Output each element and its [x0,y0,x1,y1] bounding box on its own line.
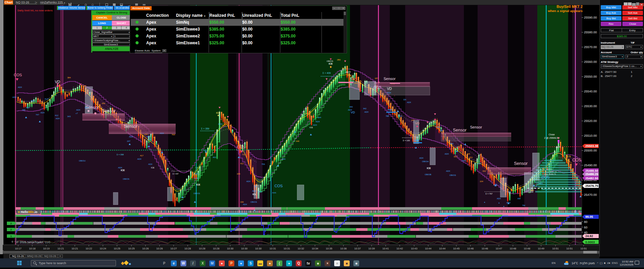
svg-text:OB/OU: OB/OU [79,160,85,162]
svg-text:Σ = 359: Σ = 359 [201,127,209,130]
svg-text:ADX: ADX [477,162,481,165]
svg-text:7W: 7W [522,204,525,206]
svg-text:332: 332 [454,156,457,158]
svg-text:25482.50: 25482.50 [585,177,598,180]
svg-text:348: 348 [296,140,300,142]
svg-text:ICE: ICE [427,167,431,169]
svg-text:10:27: 10:27 [171,247,177,250]
svg-text:2 @ 25506.50: 2 @ 25506.50 [544,137,559,139]
svg-text:25490.00: 25490.00 [584,164,597,167]
svg-text:ADX: ADX [449,143,454,145]
svg-text:40: 40 [584,231,587,234]
svg-text:ADX: ADX [445,153,449,155]
svg-text:10:46: 10:46 [467,247,474,250]
svg-text:OB/OB: OB/OB [425,173,431,176]
svg-text:ICE: ICE [151,167,154,169]
svg-text:10:51: 10:51 [566,247,573,250]
svg-text:10:48: 10:48 [524,247,530,250]
svg-text:2: 2 [10,222,12,225]
svg-text:OB/OS: OB/OS [250,201,257,203]
svg-text:COS: COS [274,184,283,188]
svg-text:ADX: ADX [137,158,141,160]
svg-text:10:31: 10:31 [284,247,290,250]
svg-text:ADX: ADX [497,198,501,200]
svg-text:187: 187 [375,77,378,79]
svg-text:10:28: 10:28 [185,247,191,250]
svg-text:Σ = 358: Σ = 358 [117,154,124,156]
svg-text:10:26: 10:26 [156,247,163,250]
svg-text:361: 361 [508,191,512,193]
svg-text:ADX: ADX [462,160,466,162]
svg-text:Sensor: Sensor [470,125,482,129]
svg-text:OB/OS: OB/OS [194,192,200,194]
svg-text:10:47: 10:47 [496,247,502,250]
svg-text:10:35: 10:35 [326,247,332,250]
svg-text:0: 0 [12,240,13,243]
svg-text:764: 764 [172,134,175,136]
svg-text:+41: +41 [358,80,362,82]
svg-text:247: 247 [127,140,131,142]
svg-text:590: 590 [203,149,207,152]
svg-text:Σ = 767: Σ = 767 [485,193,493,195]
svg-text:10:44: 10:44 [425,247,432,250]
svg-text:AW: AW [517,198,521,200]
svg-text:342: 342 [363,108,367,110]
svg-text:25488.50: 25488.50 [585,169,598,172]
svg-text:463: 463 [213,156,216,158]
svg-text:Σ = 100: Σ = 100 [403,139,410,142]
svg-text:ADX: ADX [535,186,539,188]
svg-text:340: 340 [349,106,353,108]
svg-text:104: 104 [480,180,483,182]
svg-text:Sensor: Sensor [514,161,528,166]
svg-text:25470.00: 25470.00 [584,193,597,197]
svg-text:ADX: ADX [194,173,198,175]
svg-text:10:25: 10:25 [128,247,135,250]
svg-text:10:21: 10:21 [58,247,64,250]
svg-text:25560.00: 25560.00 [584,60,597,64]
svg-text:10:46: 10:46 [482,247,488,250]
svg-text:ICE: ICE [121,169,125,171]
svg-text:10:51: 10:51 [552,247,559,250]
svg-text:80: 80 [584,220,587,224]
svg-text:10:30: 10:30 [255,247,262,250]
svg-text:ADX: ADX [148,163,152,165]
svg-text:332: 332 [482,170,486,172]
svg-text:ADX: ADX [56,117,60,120]
svg-text:10:36: 10:36 [340,247,347,250]
svg-text:412: 412 [240,162,244,165]
svg-text:25503.38: 25503.38 [585,144,598,148]
svg-text:25476.75: 25476.75 [585,184,598,188]
svg-text:10:28: 10:28 [213,247,220,250]
svg-text:246: 246 [83,85,86,87]
svg-text:10:25: 10:25 [114,247,120,250]
svg-text:AUX: AUX [45,98,49,100]
svg-text:-40: -40 [254,186,257,188]
svg-text:380: 380 [434,121,437,123]
svg-text:ADX: ADX [18,86,22,88]
svg-text:10:32: 10:32 [298,247,304,250]
svg-text:205: 205 [467,153,470,155]
svg-text:Stop: 25496.75: Stop: 25496.75 [544,173,556,175]
svg-text:ADX: ADX [12,96,16,98]
svg-text:ADX: ADX [387,92,391,94]
svg-text:OPB: OPB [304,113,309,115]
svg-text:COS: COS [373,85,382,89]
svg-text:AAA: AAA [272,192,276,194]
svg-text:ADX: ADX [194,177,198,179]
svg-text:Close: Close [549,133,555,136]
svg-text:384=4: 384=4 [342,67,348,69]
svg-text:HML: HML [195,167,200,169]
svg-text:ICE: ICE [309,126,313,128]
svg-text:2B0: 2B0 [337,59,341,61]
svg-text:412: 412 [55,114,59,116]
svg-text:10:42: 10:42 [397,247,403,250]
svg-text:+28: +28 [414,139,419,142]
svg-text:28v: 28v [440,130,443,132]
svg-text:-31: -31 [351,77,355,81]
svg-text:25550.00: 25550.00 [584,75,597,78]
svg-text:LEGGY: LEGGY [546,168,552,170]
svg-text:ADX: ADX [556,146,561,148]
svg-text:COS: COS [237,145,245,149]
svg-text:381: 381 [530,189,534,191]
svg-text:▲: ▲ [503,205,505,207]
